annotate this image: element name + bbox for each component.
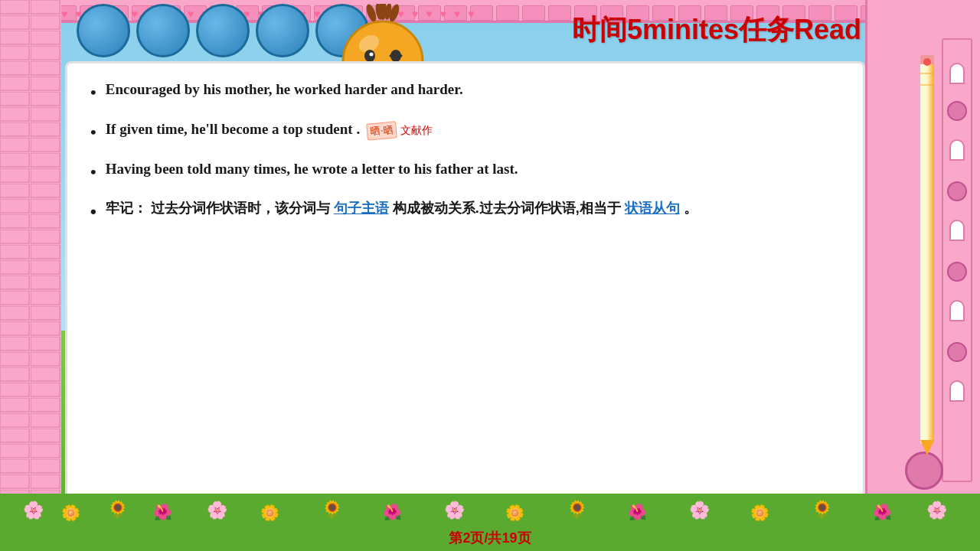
- pencil-line: [920, 73, 934, 74]
- note-link-1: 句子主语: [334, 201, 389, 216]
- note-label: 牢记：: [106, 201, 147, 216]
- note-text-1: 过去分词作状语时，该分词与: [151, 201, 330, 216]
- grass-strip: 🌸 🌼 🌻 🌺 🌸 🌼 🌻 🌺 🌸 🌼 🌻 🌺 🌸 🌼 🌻 🌺 🌸: [0, 494, 980, 524]
- flower-icon11: 🌻: [567, 500, 587, 520]
- svg-point-10: [364, 50, 375, 62]
- top-balls-decoration: [77, 4, 369, 57]
- castle-circle4: [947, 342, 967, 362]
- flower-icon3: 🌻: [107, 500, 128, 520]
- pencil-eraser-top: [920, 55, 934, 64]
- pencil-line2: [920, 84, 934, 86]
- flower-icon8: 🌺: [383, 503, 402, 521]
- pencil-decoration: [920, 61, 934, 444]
- castle-tower: [942, 38, 972, 482]
- castle-window: [949, 63, 965, 84]
- pencil-tip: [920, 440, 934, 455]
- flower-icon14: 🌼: [750, 504, 769, 522]
- flower-icon9: 🌸: [444, 500, 465, 520]
- flower-icon16: 🌺: [873, 503, 892, 521]
- castle-left-wall: [0, 0, 61, 551]
- castle-window5: [949, 380, 965, 402]
- flower-icon10: 🌼: [505, 504, 524, 522]
- pencil-eraser-dot: [923, 58, 931, 66]
- heart-icon: ♥: [61, 8, 67, 20]
- note-text-3: 。: [684, 201, 697, 216]
- brick-pattern-left: [0, 0, 61, 551]
- note-link-2: 状语从句: [625, 201, 680, 216]
- bullet2-pre-text: If given time, he'll become a top studen…: [106, 121, 360, 137]
- svg-rect-2: [0, 0, 61, 551]
- castle-window2: [949, 139, 965, 161]
- list-item-3: Having been told many times, he wrote a …: [90, 158, 840, 184]
- flower-icon4: 🌺: [153, 503, 172, 521]
- castle-window4: [949, 300, 965, 321]
- list-item-note: 牢记： 过去分词作状语时，该分词与 句子主语 构成被动关系.过去分词作状语,相当…: [90, 198, 840, 224]
- page-number-text: 第2页/共19页: [449, 529, 531, 547]
- heart-icon: ♥: [454, 8, 460, 20]
- flower-icon13: 🌸: [689, 500, 710, 520]
- flower-icon17: 🌸: [926, 500, 947, 520]
- page-title: 时间5minites任务Read: [572, 11, 861, 49]
- castle-circle2: [947, 181, 967, 201]
- castle-large-circle: [905, 452, 943, 490]
- castle-decoration-circle: [947, 101, 967, 121]
- flower-icon15: 🌻: [812, 500, 832, 520]
- list-item-2: If given time, he'll become a top studen…: [90, 119, 840, 145]
- list-item-1: Encouraged by his mother, he worked hard…: [90, 79, 840, 105]
- red-text: 文献作: [400, 125, 433, 136]
- note-text-2: 构成被动关系.过去分词作状语,相当于: [393, 201, 621, 216]
- heart-icon: ♥: [468, 8, 474, 20]
- castle-circle3: [947, 262, 967, 282]
- bullet-text-1: Encouraged by his mother, he worked hard…: [106, 79, 463, 101]
- flower-icon2: 🌼: [61, 504, 80, 522]
- flower-icon12: 🌺: [628, 503, 647, 521]
- bullet-text-3: Having been told many times, he wrote a …: [106, 158, 518, 181]
- bullet-text-2: If given time, he'll become a top studen…: [106, 119, 433, 141]
- decorative-ball-2: [136, 4, 190, 57]
- castle-window3: [949, 220, 965, 241]
- flower-icon7: 🌻: [322, 500, 342, 520]
- stamp-text: 晒·晒: [366, 121, 397, 140]
- flower-icon5: 🌸: [207, 500, 227, 520]
- flower-icon: 🌸: [23, 500, 44, 520]
- decorative-ball-3: [196, 4, 250, 57]
- note-content: 牢记： 过去分词作状语时，该分词与 句子主语 构成被动关系.过去分词作状语,相当…: [106, 198, 697, 219]
- decorative-ball-1: [77, 4, 130, 57]
- heart-icon: ♥: [439, 8, 446, 20]
- main-content-area: Encouraged by his mother, he worked hard…: [65, 61, 865, 509]
- svg-point-12: [370, 53, 374, 57]
- page-number-bar: 第2页/共19页: [0, 524, 980, 551]
- flower-icon6: 🌼: [260, 504, 279, 522]
- content-list: Encouraged by his mother, he worked hard…: [90, 79, 840, 224]
- decorative-ball-4: [256, 4, 309, 57]
